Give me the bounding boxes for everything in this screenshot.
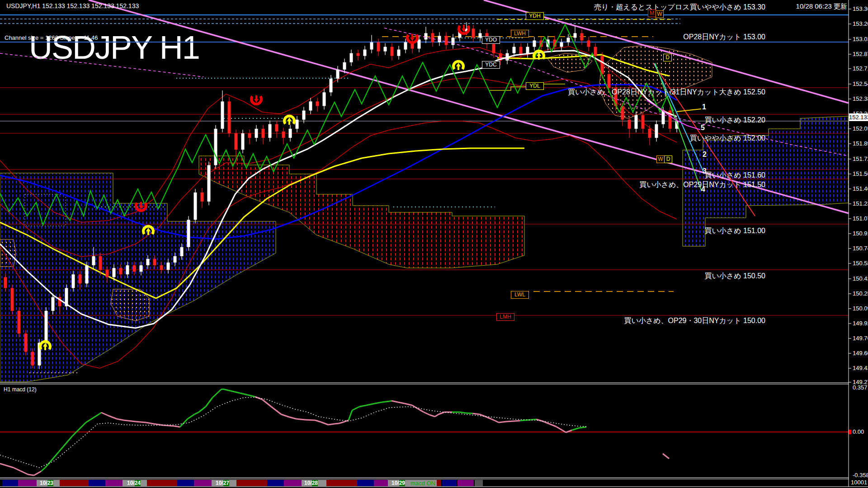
order-annotation: 買い小さめ、OP29・30日NYカット 150.00 — [624, 316, 765, 326]
macd-scale-label: 0.00 — [853, 428, 864, 435]
price-axis-label: 151.890 — [853, 140, 868, 147]
price-axis-label: 152.870 — [853, 51, 868, 57]
fan-line-number: 2 — [703, 150, 707, 159]
order-annotation: 買いやや小さめ 152.00 — [690, 134, 765, 143]
price-axis-label: 149.925 — [853, 320, 868, 327]
level-box-ydc[interactable]: YDC — [482, 61, 500, 69]
level-box-d[interactable]: D — [663, 54, 672, 61]
history-bar-count: 10001 — [851, 479, 867, 486]
price-axis-label: 149.600 — [853, 350, 868, 357]
price-axis-label: 151.565 — [853, 170, 868, 177]
price-axis-label: 150.255 — [853, 290, 868, 297]
date-label: 10/23 — [40, 480, 53, 486]
level-box-lmh[interactable]: LMH — [496, 313, 514, 321]
chart-canvas[interactable] — [0, 0, 868, 488]
price-axis-label: 149.435 — [853, 365, 868, 371]
price-axis-label: 152.545 — [853, 80, 868, 87]
fan-line-number: 5 — [701, 124, 705, 132]
fan-line-number: 1 — [702, 103, 706, 111]
order-annotation: 買い小さめ 151.00 — [704, 226, 765, 236]
level-box-ydl[interactable]: YDL — [526, 82, 544, 90]
price-axis-label: 151.725 — [853, 155, 868, 162]
price-axis-label: 151.400 — [853, 185, 868, 192]
channel-info: Channel size = 1260 Slope = -11.46 — [5, 34, 98, 41]
level-box-d[interactable]: D — [664, 155, 672, 163]
price-axis-label: 151.235 — [853, 200, 868, 207]
date-label: 10/27 — [216, 480, 229, 486]
price-axis-label: 150.580 — [853, 260, 868, 267]
level-box-ydo[interactable]: YDO — [482, 36, 500, 44]
date-label: 10/29 — [392, 480, 405, 486]
price-axis-label: 150.420 — [853, 275, 868, 282]
price-axis-label: 151.070 — [853, 215, 868, 222]
price-axis-label: 152.380 — [853, 95, 868, 102]
macd-indicator — [0, 389, 851, 475]
order-annotation: OP28日NYカット 153.00 — [683, 33, 765, 42]
order-annotation: 買い小さめ 150.50 — [704, 272, 765, 281]
sell-stop-annotation: 売り・超えるとストップロス買いやや小さめ 153.30 — [594, 3, 765, 12]
level-box-m[interactable]: M — [648, 9, 656, 17]
level-box-w[interactable]: W — [656, 10, 664, 18]
order-annotation: 買い小さめ 151.60 — [704, 171, 765, 180]
order-annotation: 買い小さめ、OP28日NYカット/31日NYカット大きめ 152.50 — [568, 88, 765, 97]
level-box-lwl[interactable]: LWL — [511, 291, 529, 299]
update-timestamp: 10/28 06:23 更新 — [796, 2, 847, 11]
level-box-w[interactable]: W — [656, 155, 665, 163]
level-box-lwh[interactable]: LWH — [511, 30, 529, 38]
price-axis-label: 153.035 — [853, 36, 868, 42]
macd-panel-label: H1 macd (12) — [4, 386, 37, 393]
trading-chart-window: USDJPY H1 USDJPY,H1 152.133 152.133 152.… — [0, 0, 868, 488]
price-axis-label: 150.745 — [853, 245, 868, 252]
macd-scale-label: 0.357 — [853, 384, 868, 391]
order-annotation: 買い小さめ 152.20 — [704, 116, 765, 125]
price-axis-label: 153.200 — [853, 20, 868, 27]
price-axis-label: 150.910 — [853, 230, 868, 237]
price-axis-label: 150.090 — [853, 305, 868, 312]
current-price-tag: 152.133 — [849, 113, 868, 121]
price-axis-label: 152.055 — [853, 125, 868, 132]
macd-scale-label: -0.358 — [853, 472, 868, 479]
level-box-ydh[interactable]: YDH — [526, 12, 544, 20]
date-label: 10/28 — [304, 480, 318, 486]
fan-line-number: 4 — [701, 185, 705, 193]
price-axis-label: 152.710 — [853, 65, 868, 72]
macd-toggle[interactable]: macd ON — [410, 480, 435, 487]
price-axis-label: 149.765 — [853, 335, 868, 342]
symbol-title: USDJPY,H1 152.133 152.133 152.133 152.13… — [6, 2, 139, 9]
fan-line-number: 3 — [703, 167, 707, 175]
price-axis-label: 153.365 — [853, 5, 868, 12]
date-label: 10/24 — [127, 480, 141, 486]
